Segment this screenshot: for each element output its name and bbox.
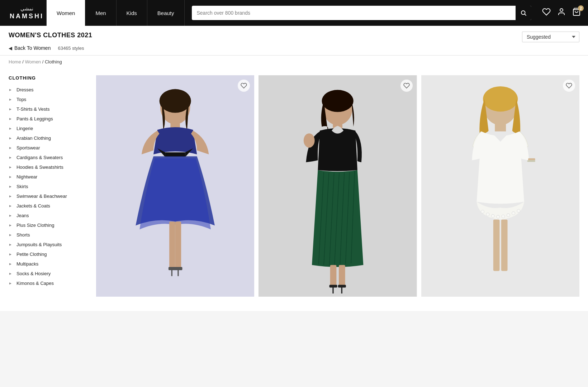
svg-rect-10 bbox=[175, 221, 181, 269]
svg-point-35 bbox=[483, 86, 518, 112]
main-nav: Women Men Kids Beauty bbox=[47, 0, 185, 26]
sidebar-item-label: Petite Clothing bbox=[16, 252, 47, 257]
svg-point-37 bbox=[481, 210, 484, 213]
sidebar-item-jackets[interactable]: ► Jackets & Coats bbox=[9, 201, 87, 211]
styles-count: 63465 styles bbox=[58, 46, 84, 51]
search-input[interactable] bbox=[192, 6, 532, 20]
arrow-icon: ► bbox=[9, 126, 12, 130]
sidebar-item-plus-size[interactable]: ► Plus Size Clothing bbox=[9, 220, 87, 230]
sidebar-item-shorts[interactable]: ► Shorts bbox=[9, 230, 87, 240]
page-header: WOMEN'S CLOTHES 2021 Suggested Price: Lo… bbox=[0, 26, 588, 42]
sidebar-item-label: Jumpsuits & Playsuits bbox=[16, 242, 62, 247]
page-title: WOMEN'S CLOTHES 2021 bbox=[9, 32, 92, 39]
product-card-2[interactable] bbox=[259, 75, 417, 297]
sidebar-item-jeans[interactable]: ► Jeans bbox=[9, 211, 87, 220]
product-image-1 bbox=[96, 75, 254, 297]
nav-women[interactable]: Women bbox=[47, 0, 85, 26]
svg-point-41 bbox=[502, 215, 505, 218]
sidebar-item-swimwear[interactable]: ► Swimwear & Beachwear bbox=[9, 191, 87, 201]
back-to-women-link[interactable]: ◀ Back To Women bbox=[9, 45, 51, 51]
wishlist-icon[interactable] bbox=[542, 8, 551, 18]
svg-point-17 bbox=[322, 90, 354, 112]
logo-arabic: نمشي bbox=[20, 6, 33, 12]
sidebar-item-tshirts[interactable]: ► T-Shirts & Vests bbox=[9, 104, 87, 114]
search-button[interactable] bbox=[516, 6, 531, 20]
sidebar-item-label: Pants & Leggings bbox=[16, 116, 53, 121]
arrow-icon: ► bbox=[9, 146, 12, 150]
sidebar-item-label: T-Shirts & Vests bbox=[16, 106, 49, 112]
svg-rect-36 bbox=[495, 123, 506, 131]
cart-icon[interactable]: 2 bbox=[572, 8, 581, 18]
account-icon[interactable] bbox=[557, 8, 566, 18]
sidebar-item-jumpsuits[interactable]: ► Jumpsuits & Playsuits bbox=[9, 240, 87, 249]
product-grid bbox=[96, 68, 579, 297]
sidebar-item-arabian[interactable]: ► Arabian Clothing bbox=[9, 133, 87, 143]
sidebar-item-socks[interactable]: ► Socks & Hosiery bbox=[9, 269, 87, 278]
sidebar-item-multipacks[interactable]: ► Multipacks bbox=[9, 259, 87, 269]
sidebar-item-hoodies[interactable]: ► Hoodies & Sweatshirts bbox=[9, 162, 87, 172]
sidebar-item-label: Jeans bbox=[16, 213, 29, 218]
sidebar-item-dresses[interactable]: ► Dresses bbox=[9, 85, 87, 95]
sidebar: CLOTHING ► Dresses ► Tops ► T-Shirts & V… bbox=[9, 68, 87, 297]
sidebar-item-label: Jackets & Coats bbox=[16, 203, 50, 209]
nav-men[interactable]: Men bbox=[85, 0, 116, 26]
arrow-icon: ► bbox=[9, 156, 12, 159]
nav-beauty[interactable]: Beauty bbox=[147, 0, 185, 26]
sidebar-item-kimonos[interactable]: ► Kimonos & Capes bbox=[9, 278, 87, 288]
arrow-icon: ► bbox=[9, 185, 12, 188]
sidebar-item-sportswear[interactable]: ► Sportswear bbox=[9, 143, 87, 153]
sidebar-item-label: Shorts bbox=[16, 232, 30, 238]
wishlist-button-2[interactable] bbox=[400, 80, 413, 92]
sort-select[interactable]: Suggested Price: Low to High Price: High… bbox=[522, 32, 579, 42]
sidebar-item-label: Multipacks bbox=[16, 261, 38, 267]
sidebar-item-tops[interactable]: ► Tops bbox=[9, 95, 87, 104]
svg-point-6 bbox=[160, 89, 191, 113]
arrow-icon: ► bbox=[9, 204, 12, 208]
arrow-icon: ► bbox=[9, 136, 12, 140]
arrow-icon: ► bbox=[9, 272, 12, 276]
svg-rect-27 bbox=[339, 265, 345, 287]
header-icons: 2 bbox=[542, 8, 581, 18]
svg-point-39 bbox=[491, 214, 494, 218]
svg-point-32 bbox=[304, 133, 315, 148]
breadcrumb-current: Clothing bbox=[45, 59, 62, 64]
cart-count: 2 bbox=[578, 5, 584, 11]
arrow-icon: ► bbox=[9, 262, 12, 266]
sidebar-item-cardigans[interactable]: ► Cardigans & Sweaters bbox=[9, 153, 87, 162]
main-layout: CLOTHING ► Dresses ► Tops ► T-Shirts & V… bbox=[0, 68, 588, 311]
svg-point-38 bbox=[486, 213, 489, 216]
sidebar-item-nightwear[interactable]: ► Nightwear bbox=[9, 172, 87, 182]
arrow-icon: ► bbox=[9, 175, 12, 179]
svg-rect-46 bbox=[501, 220, 508, 271]
page-wrapper: WOMEN'S CLOTHES 2021 Suggested Price: Lo… bbox=[0, 26, 588, 311]
arrow-icon: ► bbox=[9, 88, 12, 92]
sidebar-item-lingerie[interactable]: ► Lingerie bbox=[9, 124, 87, 133]
svg-rect-14 bbox=[177, 268, 179, 276]
breadcrumb: Home / Women / Clothing bbox=[0, 56, 588, 68]
sidebar-item-skirts[interactable]: ► Skirts bbox=[9, 182, 87, 191]
svg-rect-48 bbox=[527, 160, 535, 162]
breadcrumb-women[interactable]: Women bbox=[25, 59, 41, 64]
svg-rect-31 bbox=[341, 286, 342, 293]
svg-point-43 bbox=[512, 212, 515, 215]
wishlist-button-3[interactable] bbox=[563, 80, 575, 92]
arrow-icon: ► bbox=[9, 194, 12, 198]
back-bar: ◀ Back To Women 63465 styles bbox=[0, 42, 588, 56]
svg-point-0 bbox=[521, 11, 525, 15]
svg-rect-13 bbox=[171, 268, 172, 276]
product-card-3[interactable] bbox=[421, 75, 579, 297]
product-card-1[interactable] bbox=[96, 75, 254, 297]
arrow-icon: ► bbox=[9, 243, 12, 247]
sidebar-item-label: Sportswear bbox=[16, 145, 40, 150]
svg-point-42 bbox=[507, 214, 510, 217]
logo[interactable]: نمشي NAMSHI bbox=[7, 0, 47, 26]
breadcrumb-home[interactable]: Home bbox=[9, 59, 21, 64]
sidebar-item-label: Dresses bbox=[16, 87, 34, 92]
arrow-icon: ► bbox=[9, 107, 12, 111]
svg-rect-30 bbox=[333, 286, 334, 293]
sidebar-item-pants[interactable]: ► Pants & Leggings bbox=[9, 114, 87, 124]
product-image-3 bbox=[421, 75, 579, 297]
logo-english: NAMSHI bbox=[10, 13, 44, 20]
sidebar-item-petite[interactable]: ► Petite Clothing bbox=[9, 249, 87, 259]
nav-kids[interactable]: Kids bbox=[117, 0, 147, 26]
